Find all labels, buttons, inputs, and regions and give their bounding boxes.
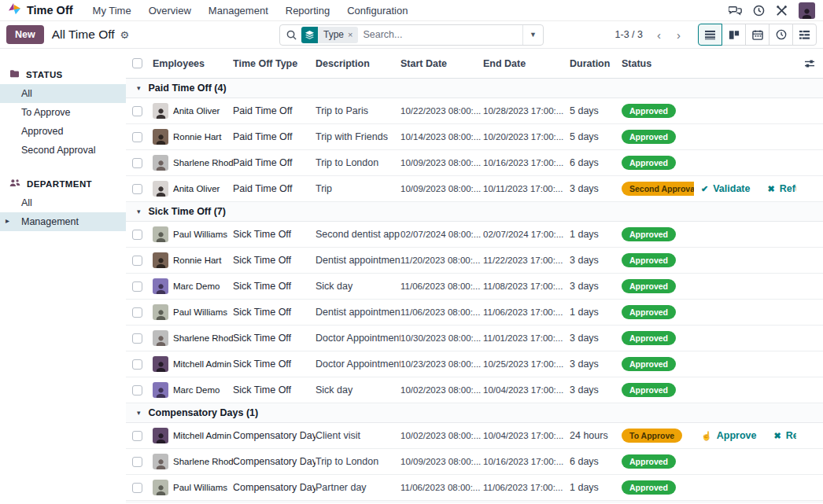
sidebar-item-status-second-approval[interactable]: Second Approval bbox=[0, 141, 126, 160]
row-checkbox[interactable] bbox=[132, 385, 142, 395]
duration-cell: 6 days bbox=[570, 157, 622, 168]
row-checkbox[interactable] bbox=[132, 256, 142, 266]
employee-avatar bbox=[153, 356, 168, 372]
employee-name: Ronnie Hart bbox=[173, 132, 221, 142]
row-checkbox[interactable] bbox=[132, 106, 142, 116]
row-checkbox[interactable] bbox=[132, 457, 142, 467]
gantt-view-button[interactable] bbox=[792, 24, 817, 46]
table-row[interactable]: Ronnie Hart Sick Time Off Dentist appoin… bbox=[126, 248, 823, 274]
row-checkbox-cell bbox=[126, 230, 153, 240]
table-row[interactable]: Sharlene Rhodes Sick Time Off Doctor App… bbox=[126, 326, 823, 351]
facet-body: Type × bbox=[318, 27, 358, 43]
group-header-row[interactable]: ▾ Paid Time Off (4) bbox=[126, 79, 823, 98]
column-start-date[interactable]: Start Date bbox=[400, 58, 483, 69]
new-button[interactable]: New bbox=[6, 25, 44, 44]
search-input[interactable] bbox=[363, 29, 522, 40]
status-cell: Approved bbox=[622, 480, 694, 495]
row-checkbox-cell bbox=[126, 184, 153, 194]
tools-icon[interactable] bbox=[776, 5, 788, 17]
group-header-row[interactable]: ▾ Compensatory Days (1) bbox=[126, 403, 823, 423]
calendar-view-button[interactable] bbox=[745, 24, 769, 46]
sidebar-item-department-all[interactable]: All bbox=[0, 193, 126, 212]
row-checkbox[interactable] bbox=[132, 281, 142, 292]
column-description[interactable]: Description bbox=[316, 58, 400, 69]
start-date-cell: 11/06/2023 08:00:... bbox=[400, 281, 483, 291]
table-row[interactable]: Paul Williams Sick Time Off Dentist appo… bbox=[126, 300, 823, 326]
user-avatar[interactable] bbox=[799, 2, 815, 19]
row-checkbox[interactable] bbox=[132, 359, 142, 370]
description-cell: Trip to London bbox=[316, 456, 400, 467]
menu-configuration[interactable]: Configuration bbox=[340, 2, 415, 19]
action-label: Validate bbox=[713, 183, 750, 194]
row-checkbox[interactable] bbox=[132, 333, 142, 344]
status-cell: Approved bbox=[622, 227, 694, 242]
row-checkbox-cell bbox=[126, 307, 153, 318]
row-action[interactable]: ✔ Validate bbox=[701, 183, 750, 194]
expand-caret-icon[interactable]: ▸ bbox=[6, 216, 9, 225]
employee-name: Sharlene Rhodes bbox=[173, 457, 233, 466]
group-collapse-caret-icon[interactable]: ▾ bbox=[137, 409, 141, 417]
row-action[interactable]: ✖ Refuse bbox=[773, 430, 796, 441]
column-duration[interactable]: Duration bbox=[570, 58, 622, 69]
sidebar-item-department-management[interactable]: ▸ Management bbox=[0, 212, 126, 231]
menu-my-time[interactable]: My Time bbox=[86, 2, 138, 19]
list-view-button[interactable] bbox=[698, 24, 722, 46]
activities-clock-icon[interactable] bbox=[753, 5, 765, 17]
row-action[interactable]: ✖ Refuse bbox=[767, 183, 796, 194]
control-panel: New All Time Off ⚙ bbox=[0, 21, 823, 49]
status-badge: Approved bbox=[622, 104, 676, 119]
pager-previous-button[interactable]: ‹ bbox=[651, 27, 667, 43]
row-actions: ✔ Validate ✖ Refuse bbox=[694, 183, 796, 194]
adjust-columns-icon[interactable] bbox=[796, 59, 823, 68]
sidebar-item-status-to-approve[interactable]: To Approve bbox=[0, 103, 126, 122]
row-action[interactable]: ☝ Approve bbox=[701, 430, 756, 441]
group-collapse-caret-icon[interactable]: ▾ bbox=[137, 208, 141, 215]
search-dropdown-caret-icon[interactable]: ▼ bbox=[522, 25, 543, 45]
select-all-checkbox[interactable] bbox=[132, 58, 142, 68]
table-row[interactable]: Mitchell Admin Compensatory Days Client … bbox=[126, 423, 823, 449]
end-date-cell: 11/08/2023 17:00:... bbox=[483, 281, 570, 291]
dashboard-clock-view-button[interactable] bbox=[769, 24, 793, 46]
table-row[interactable]: Marc Demo Sick Time Off Sick day 11/06/2… bbox=[126, 274, 823, 300]
row-checkbox[interactable] bbox=[132, 184, 142, 194]
row-checkbox[interactable] bbox=[132, 132, 142, 142]
facet-remove-icon[interactable]: × bbox=[348, 30, 352, 39]
menu-reporting[interactable]: Reporting bbox=[279, 2, 337, 19]
table-row[interactable]: Ronnie Hart Paid Time Off Trip with Frie… bbox=[126, 124, 823, 150]
column-employees[interactable]: Employees bbox=[153, 58, 233, 69]
table-row[interactable]: Mitchell Admin Sick Time Off Doctor Appo… bbox=[126, 351, 823, 377]
menu-overview[interactable]: Overview bbox=[142, 2, 198, 19]
pager-next-button[interactable]: › bbox=[670, 27, 687, 43]
row-checkbox[interactable] bbox=[132, 483, 142, 493]
sidebar-item-status-approved[interactable]: Approved bbox=[0, 122, 126, 141]
gear-icon[interactable]: ⚙ bbox=[120, 29, 130, 41]
sidebar-item-status-all[interactable]: All bbox=[0, 84, 126, 103]
search-bar[interactable]: Type × ▼ bbox=[279, 24, 544, 46]
table-row[interactable]: Anita Oliver Paid Time Off Trip 10/09/20… bbox=[126, 176, 823, 202]
app-brand[interactable]: Time Off bbox=[8, 3, 73, 18]
group-header-row[interactable]: ▾ Sick Time Off (7) bbox=[126, 202, 823, 222]
end-date-cell: 11/06/2023 17:00:... bbox=[483, 483, 570, 492]
table-row[interactable]: Paul Williams Compensatory Days Partner … bbox=[126, 475, 823, 501]
column-type[interactable]: Time Off Type bbox=[233, 58, 316, 69]
action-label: Refuse bbox=[780, 183, 796, 194]
row-checkbox[interactable] bbox=[132, 431, 142, 441]
row-checkbox[interactable] bbox=[132, 158, 142, 168]
employee-name: Paul Williams bbox=[173, 483, 227, 492]
menu-management[interactable]: Management bbox=[201, 2, 275, 19]
row-checkbox[interactable] bbox=[132, 307, 142, 318]
column-end-date[interactable]: End Date bbox=[483, 58, 570, 69]
messages-icon[interactable] bbox=[729, 5, 742, 16]
column-status[interactable]: Status bbox=[622, 58, 694, 69]
employee-cell: Marc Demo bbox=[153, 278, 233, 294]
table-row[interactable]: Anita Oliver Paid Time Off Trip to Paris… bbox=[126, 98, 823, 124]
kanban-view-button[interactable] bbox=[722, 24, 746, 46]
table-row[interactable]: Sharlene Rhodes Compensatory Days Trip t… bbox=[126, 449, 823, 475]
table-row[interactable]: Sharlene Rhodes Paid Time Off Trip to Lo… bbox=[126, 150, 823, 176]
time-off-type-cell: Compensatory Days bbox=[233, 482, 316, 493]
group-collapse-caret-icon[interactable]: ▾ bbox=[137, 84, 141, 92]
table-row[interactable]: Paul Williams Sick Time Off Second denti… bbox=[126, 222, 823, 248]
search-facet-type[interactable]: Type × bbox=[301, 27, 358, 43]
row-checkbox[interactable] bbox=[132, 230, 142, 240]
table-row[interactable]: Marc Demo Sick Time Off Sick day 10/02/2… bbox=[126, 377, 823, 403]
